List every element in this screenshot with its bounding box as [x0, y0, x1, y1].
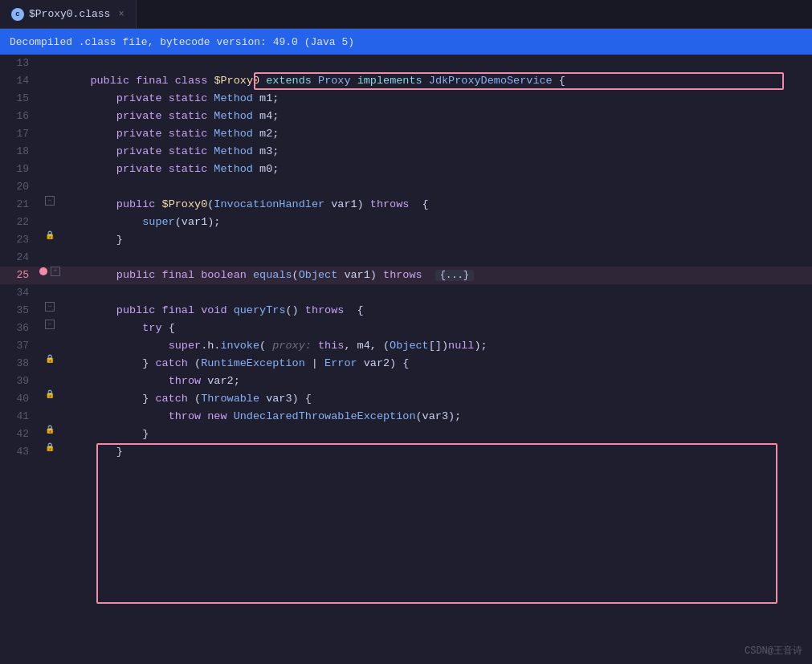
line-number: 20 — [0, 178, 39, 196]
code-line: 39 throw var2; — [0, 373, 812, 390]
code-line: 19 private static Method m0; — [0, 161, 812, 178]
breakpoint-dot[interactable] — [39, 267, 47, 275]
code-line: 23 🔒 } — [0, 231, 812, 249]
code-content: } — [61, 443, 812, 461]
gutter[interactable]: − — [39, 320, 61, 329]
line-number: 34 — [0, 284, 39, 302]
tab-icon: c — [11, 8, 24, 21]
gutter: 🔒 — [39, 231, 61, 241]
lock-icon: 🔒 — [45, 231, 55, 241]
code-content: } — [61, 426, 812, 443]
code-content: private static Method m1; — [61, 90, 812, 108]
line-number: 16 — [0, 108, 39, 125]
code-content: public final class $Proxy0 extends Proxy… — [61, 72, 812, 90]
line-number: 38 — [0, 355, 39, 373]
gutter: 🔒 — [39, 443, 61, 453]
tab[interactable]: c $Proxy0.class × — [0, 0, 137, 28]
tab-label: $Proxy0.class — [29, 8, 110, 20]
lock-icon: 🔒 — [45, 355, 55, 365]
fold-icon[interactable]: − — [45, 320, 55, 329]
info-text: Decompiled .class file, bytecode version… — [10, 36, 354, 48]
fold-icon[interactable]: − — [45, 302, 55, 312]
code-content: throw new UndeclaredThrowableException(v… — [61, 408, 812, 426]
code-line: 15 private static Method m1; — [0, 90, 812, 108]
lock-icon: 🔒 — [45, 443, 55, 453]
line-number: 13 — [0, 55, 39, 72]
line-number: 19 — [0, 161, 39, 178]
highlight-method-box — [96, 443, 777, 604]
code-line: 38 🔒 } catch (RuntimeException | Error v… — [0, 355, 812, 373]
code-line: 43 🔒 } — [0, 443, 812, 461]
code-content: throw var2; — [61, 373, 812, 390]
fold-icon[interactable]: − — [45, 196, 55, 206]
code-line: 36 − try { — [0, 320, 812, 337]
code-line: 21 − public $Proxy0(InvocationHandler va… — [0, 196, 812, 214]
line-number: 41 — [0, 408, 39, 426]
code-content: try { — [61, 320, 812, 337]
info-bar: Decompiled .class file, bytecode version… — [0, 29, 812, 55]
code-content: private static Method m2; — [61, 125, 812, 143]
code-line: 35 − public final void queryTrs() throws… — [0, 302, 812, 320]
gutter[interactable]: − — [39, 302, 61, 312]
code-content: super.h.invoke( proxy: this, m4, (Object… — [61, 337, 812, 355]
code-content: } — [61, 231, 812, 249]
code-content: public final boolean equals(Object var1)… — [61, 267, 812, 284]
lock-icon: 🔒 — [45, 390, 55, 400]
line-number: 18 — [0, 143, 39, 161]
watermark: CSDN@王音诗 — [745, 644, 802, 658]
code-line: 22 super(var1); — [0, 214, 812, 231]
line-number: 23 — [0, 231, 39, 249]
code-line: 37 super.h.invoke( proxy: this, m4, (Obj… — [0, 337, 812, 355]
gutter: 🔒 — [39, 355, 61, 365]
line-number: 25 — [0, 267, 39, 284]
fold-icon[interactable]: + — [51, 267, 60, 276]
code-content: super(var1); — [61, 214, 812, 231]
line-number: 40 — [0, 390, 39, 408]
code-content: } catch (RuntimeException | Error var2) … — [61, 355, 812, 373]
code-content: private static Method m0; — [61, 161, 812, 178]
code-content: private static Method m4; — [61, 108, 812, 125]
line-number: 37 — [0, 337, 39, 355]
line-number: 17 — [0, 125, 39, 143]
code-line: 34 — [0, 284, 812, 302]
line-number: 22 — [0, 214, 39, 231]
code-line: 13 — [0, 55, 812, 72]
code-line: 24 — [0, 249, 812, 267]
code-line: 42 🔒 } — [0, 426, 812, 443]
code-line: 25 + public final boolean equals(Object … — [0, 267, 812, 284]
lock-icon: 🔒 — [45, 426, 55, 435]
code-area: 13 14 public final class $Proxy0 extends… — [0, 55, 812, 664]
code-line: 41 throw new UndeclaredThrowableExceptio… — [0, 408, 812, 426]
line-number: 15 — [0, 90, 39, 108]
tab-bar: c $Proxy0.class × — [0, 0, 812, 29]
line-number: 42 — [0, 426, 39, 443]
line-number: 36 — [0, 320, 39, 337]
code-line: 14 public final class $Proxy0 extends Pr… — [0, 72, 812, 90]
gutter[interactable]: − — [39, 196, 61, 206]
tab-close-icon[interactable]: × — [118, 9, 124, 20]
code-content: public final void queryTrs() throws { — [61, 302, 812, 320]
line-number: 35 — [0, 302, 39, 320]
line-number: 39 — [0, 373, 39, 390]
line-number: 21 — [0, 196, 39, 214]
line-number: 14 — [0, 72, 39, 90]
code-line: 17 private static Method m2; — [0, 125, 812, 143]
code-content: private static Method m3; — [61, 143, 812, 161]
code-line: 16 private static Method m4; — [0, 108, 812, 125]
code-content: } catch (Throwable var3) { — [61, 390, 812, 408]
line-number: 24 — [0, 249, 39, 267]
code-line: 40 🔒 } catch (Throwable var3) { — [0, 390, 812, 408]
line-number: 43 — [0, 443, 39, 461]
code-line: 18 private static Method m3; — [0, 143, 812, 161]
gutter[interactable]: + — [39, 267, 61, 276]
gutter: 🔒 — [39, 390, 61, 400]
code-content: public $Proxy0(InvocationHandler var1) t… — [61, 196, 812, 214]
gutter: 🔒 — [39, 426, 61, 435]
code-line: 20 — [0, 178, 812, 196]
